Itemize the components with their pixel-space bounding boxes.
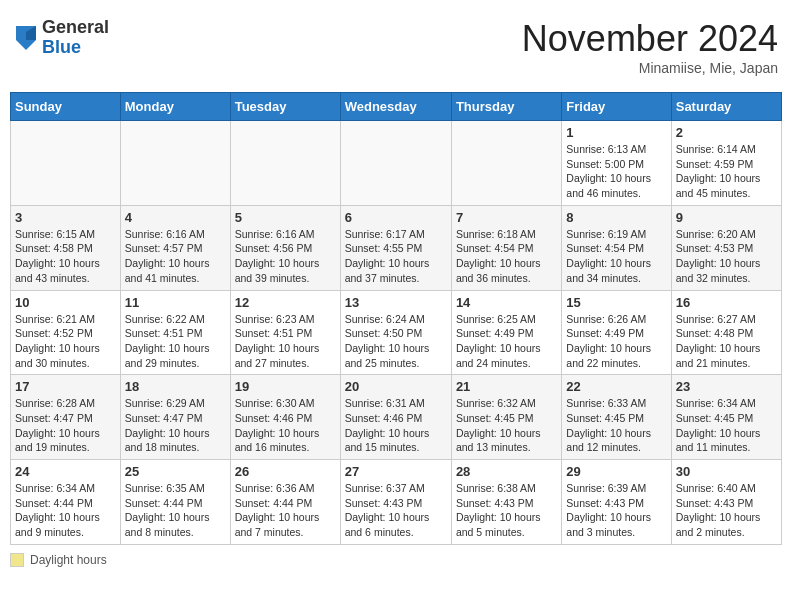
calendar-cell: 23Sunrise: 6:34 AM Sunset: 4:45 PM Dayli… [671,375,781,460]
day-info: Sunrise: 6:35 AM Sunset: 4:44 PM Dayligh… [125,481,226,540]
day-number: 3 [15,210,116,225]
day-number: 6 [345,210,447,225]
day-info: Sunrise: 6:25 AM Sunset: 4:49 PM Dayligh… [456,312,557,371]
logo-blue: Blue [42,38,109,58]
day-info: Sunrise: 6:13 AM Sunset: 5:00 PM Dayligh… [566,142,666,201]
day-number: 20 [345,379,447,394]
legend-label: Daylight hours [30,553,107,567]
day-number: 13 [345,295,447,310]
calendar-cell: 21Sunrise: 6:32 AM Sunset: 4:45 PM Dayli… [451,375,561,460]
location: Minamiise, Mie, Japan [522,60,778,76]
month-title: November 2024 [522,18,778,60]
logo-icon [16,26,36,50]
weekday-header: Tuesday [230,93,340,121]
day-info: Sunrise: 6:20 AM Sunset: 4:53 PM Dayligh… [676,227,777,286]
day-number: 14 [456,295,557,310]
footer: Daylight hours [10,553,782,567]
day-number: 4 [125,210,226,225]
calendar-cell: 1Sunrise: 6:13 AM Sunset: 5:00 PM Daylig… [562,121,671,206]
calendar-cell: 14Sunrise: 6:25 AM Sunset: 4:49 PM Dayli… [451,290,561,375]
calendar-cell: 17Sunrise: 6:28 AM Sunset: 4:47 PM Dayli… [11,375,121,460]
day-info: Sunrise: 6:16 AM Sunset: 4:57 PM Dayligh… [125,227,226,286]
calendar-cell [230,121,340,206]
day-number: 28 [456,464,557,479]
calendar-cell: 7Sunrise: 6:18 AM Sunset: 4:54 PM Daylig… [451,205,561,290]
day-info: Sunrise: 6:26 AM Sunset: 4:49 PM Dayligh… [566,312,666,371]
day-info: Sunrise: 6:38 AM Sunset: 4:43 PM Dayligh… [456,481,557,540]
day-number: 22 [566,379,666,394]
logo-general: General [42,18,109,38]
day-info: Sunrise: 6:16 AM Sunset: 4:56 PM Dayligh… [235,227,336,286]
day-info: Sunrise: 6:32 AM Sunset: 4:45 PM Dayligh… [456,396,557,455]
day-number: 1 [566,125,666,140]
calendar-cell: 11Sunrise: 6:22 AM Sunset: 4:51 PM Dayli… [120,290,230,375]
calendar-cell [340,121,451,206]
weekday-header: Sunday [11,93,121,121]
day-number: 9 [676,210,777,225]
calendar-cell: 29Sunrise: 6:39 AM Sunset: 4:43 PM Dayli… [562,460,671,545]
calendar-cell: 8Sunrise: 6:19 AM Sunset: 4:54 PM Daylig… [562,205,671,290]
calendar-cell: 5Sunrise: 6:16 AM Sunset: 4:56 PM Daylig… [230,205,340,290]
day-info: Sunrise: 6:31 AM Sunset: 4:46 PM Dayligh… [345,396,447,455]
day-info: Sunrise: 6:40 AM Sunset: 4:43 PM Dayligh… [676,481,777,540]
calendar-cell: 6Sunrise: 6:17 AM Sunset: 4:55 PM Daylig… [340,205,451,290]
logo-text: General Blue [42,18,109,58]
calendar-cell: 20Sunrise: 6:31 AM Sunset: 4:46 PM Dayli… [340,375,451,460]
day-number: 24 [15,464,116,479]
calendar-cell: 24Sunrise: 6:34 AM Sunset: 4:44 PM Dayli… [11,460,121,545]
day-number: 2 [676,125,777,140]
calendar-cell [451,121,561,206]
day-info: Sunrise: 6:27 AM Sunset: 4:48 PM Dayligh… [676,312,777,371]
title-section: November 2024 Minamiise, Mie, Japan [522,18,778,76]
day-info: Sunrise: 6:21 AM Sunset: 4:52 PM Dayligh… [15,312,116,371]
calendar-cell: 3Sunrise: 6:15 AM Sunset: 4:58 PM Daylig… [11,205,121,290]
legend-box [10,553,24,567]
day-info: Sunrise: 6:34 AM Sunset: 4:44 PM Dayligh… [15,481,116,540]
weekday-header-row: SundayMondayTuesdayWednesdayThursdayFrid… [11,93,782,121]
calendar-cell: 10Sunrise: 6:21 AM Sunset: 4:52 PM Dayli… [11,290,121,375]
logo: General Blue [14,18,109,58]
day-number: 15 [566,295,666,310]
weekday-header: Saturday [671,93,781,121]
calendar-week-row: 3Sunrise: 6:15 AM Sunset: 4:58 PM Daylig… [11,205,782,290]
day-info: Sunrise: 6:28 AM Sunset: 4:47 PM Dayligh… [15,396,116,455]
day-info: Sunrise: 6:15 AM Sunset: 4:58 PM Dayligh… [15,227,116,286]
day-number: 7 [456,210,557,225]
day-info: Sunrise: 6:37 AM Sunset: 4:43 PM Dayligh… [345,481,447,540]
calendar-cell: 2Sunrise: 6:14 AM Sunset: 4:59 PM Daylig… [671,121,781,206]
calendar-cell [11,121,121,206]
calendar-cell: 18Sunrise: 6:29 AM Sunset: 4:47 PM Dayli… [120,375,230,460]
weekday-header: Wednesday [340,93,451,121]
day-number: 5 [235,210,336,225]
calendar-cell: 12Sunrise: 6:23 AM Sunset: 4:51 PM Dayli… [230,290,340,375]
day-number: 25 [125,464,226,479]
calendar-cell: 9Sunrise: 6:20 AM Sunset: 4:53 PM Daylig… [671,205,781,290]
day-info: Sunrise: 6:39 AM Sunset: 4:43 PM Dayligh… [566,481,666,540]
day-number: 26 [235,464,336,479]
calendar-table: SundayMondayTuesdayWednesdayThursdayFrid… [10,92,782,545]
calendar-cell: 26Sunrise: 6:36 AM Sunset: 4:44 PM Dayli… [230,460,340,545]
calendar-week-row: 1Sunrise: 6:13 AM Sunset: 5:00 PM Daylig… [11,121,782,206]
day-info: Sunrise: 6:19 AM Sunset: 4:54 PM Dayligh… [566,227,666,286]
calendar-cell: 25Sunrise: 6:35 AM Sunset: 4:44 PM Dayli… [120,460,230,545]
day-info: Sunrise: 6:29 AM Sunset: 4:47 PM Dayligh… [125,396,226,455]
day-number: 23 [676,379,777,394]
day-info: Sunrise: 6:34 AM Sunset: 4:45 PM Dayligh… [676,396,777,455]
day-number: 17 [15,379,116,394]
weekday-header: Friday [562,93,671,121]
day-number: 21 [456,379,557,394]
day-number: 10 [15,295,116,310]
calendar-cell: 27Sunrise: 6:37 AM Sunset: 4:43 PM Dayli… [340,460,451,545]
day-number: 8 [566,210,666,225]
calendar-cell: 30Sunrise: 6:40 AM Sunset: 4:43 PM Dayli… [671,460,781,545]
day-number: 29 [566,464,666,479]
day-info: Sunrise: 6:24 AM Sunset: 4:50 PM Dayligh… [345,312,447,371]
day-info: Sunrise: 6:22 AM Sunset: 4:51 PM Dayligh… [125,312,226,371]
day-info: Sunrise: 6:36 AM Sunset: 4:44 PM Dayligh… [235,481,336,540]
day-info: Sunrise: 6:17 AM Sunset: 4:55 PM Dayligh… [345,227,447,286]
day-number: 18 [125,379,226,394]
day-info: Sunrise: 6:14 AM Sunset: 4:59 PM Dayligh… [676,142,777,201]
day-info: Sunrise: 6:23 AM Sunset: 4:51 PM Dayligh… [235,312,336,371]
calendar-week-row: 10Sunrise: 6:21 AM Sunset: 4:52 PM Dayli… [11,290,782,375]
calendar-week-row: 17Sunrise: 6:28 AM Sunset: 4:47 PM Dayli… [11,375,782,460]
